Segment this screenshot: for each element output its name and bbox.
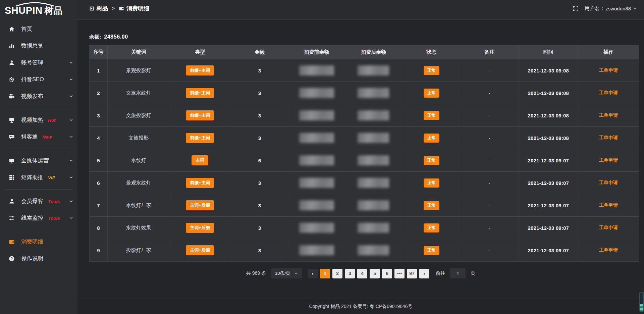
redacted-value (299, 200, 334, 210)
wallet-icon (119, 6, 124, 11)
sidebar-item-label: 矩阵助推 (21, 174, 43, 181)
column-header-remark: 备注 (460, 45, 519, 59)
sidebar-item-label: 账号管理 (21, 59, 43, 66)
copyright-text: Copyright 树品 2021 备案号: 粤ICP备09019646号 (309, 304, 412, 310)
goto-page-input[interactable] (450, 268, 466, 278)
sidebar-item-account-management[interactable]: 账号管理 (0, 54, 77, 71)
table-row: 4 文旅投影 前缀+主词 3 正常 - 2021-12-03 09:08 工单申… (90, 126, 639, 149)
table-row: 5 水纹灯 主词 6 正常 - 2021-12-03 09:07 工单申请 (90, 149, 639, 171)
app-logo: SHUPIN树品 (0, 0, 77, 21)
page-button[interactable]: 1 (320, 269, 330, 278)
cell-balance-after (344, 172, 403, 194)
sidebar-item-label: 数据总览 (21, 42, 43, 50)
chevron-down-icon (69, 118, 73, 122)
sidebar-item-home[interactable]: 首页 (0, 21, 77, 38)
cell-action: 工单申请 (578, 149, 639, 171)
column-header-seq: 序号 (90, 45, 108, 59)
table-row: 1 景观投影灯 前缀+主词 3 正常 - 2021-12-03 09:08 工单… (90, 59, 639, 82)
type-badge: 主词+后缀 (186, 200, 214, 210)
page-button[interactable]: 3 (345, 269, 355, 278)
page-size-select[interactable]: 10条/页 (271, 268, 302, 278)
caret-down-icon (633, 7, 637, 10)
cell-type: 前缀+主词 (170, 104, 230, 126)
chevron-down-icon (69, 159, 73, 163)
grid-icon (9, 174, 16, 180)
username-dropdown[interactable]: 用户名：zswodun88 (585, 5, 637, 12)
next-page-button[interactable]: › (419, 269, 429, 278)
scrollbar-thumb[interactable] (640, 304, 643, 311)
redacted-value (299, 133, 334, 143)
cell-action: 工单申请 (578, 239, 639, 261)
bar-chart-icon (9, 43, 16, 49)
sidebar-item-member-burst[interactable]: 会员爆客 Tools (0, 193, 77, 210)
sidebar-item-video-publish[interactable]: 视频发布 (0, 88, 77, 105)
cell-type: 主词+后缀 (170, 239, 230, 261)
fullscreen-icon[interactable] (573, 6, 579, 11)
cell-keyword: 文旅投影灯 (108, 104, 170, 126)
work-order-link[interactable]: 工单申请 (599, 180, 618, 186)
cell-balance-after (344, 217, 403, 239)
page-button[interactable]: ••• (394, 269, 405, 278)
total-count: 共 969 条 (246, 270, 266, 276)
username-label: 用户名： (585, 5, 605, 12)
gear-icon (9, 76, 16, 83)
balance: 余额:24856.00 (89, 34, 128, 41)
breadcrumb-item-current[interactable]: 消费明细 (119, 5, 149, 12)
table-row: 3 文旅投影灯 前缀+主词 3 正常 - 2021-12-03 09:08 工单… (90, 104, 639, 126)
cell-action: 工单申请 (578, 172, 639, 194)
sidebar-divider (5, 189, 73, 190)
monitor-icon (9, 158, 16, 164)
type-badge: 主词+后缀 (186, 223, 214, 233)
sidebar-item-lead-monitor[interactable]: 线索监控 Tools (0, 210, 77, 226)
sidebar-item-douyin-seo[interactable]: 抖音SEO (0, 71, 77, 88)
cell-remark: - (460, 239, 519, 261)
sidebar-item-matrix-boost[interactable]: 矩阵助推 VIP (0, 169, 77, 186)
status-badge: 正常 (424, 111, 439, 120)
cell-time: 2021-12-03 09:08 (519, 127, 578, 149)
page-button[interactable]: 5 (370, 269, 380, 278)
type-badge: 前缀+主词 (186, 133, 214, 143)
page-button[interactable]: 6 (382, 269, 392, 278)
work-order-link[interactable]: 工单申请 (599, 157, 618, 163)
cell-time: 2021-12-03 09:07 (519, 194, 578, 216)
sidebar-item-consumption-detail[interactable]: 消费明细 (0, 233, 77, 250)
work-order-link[interactable]: 工单申请 (599, 225, 618, 231)
sidebar-divider (5, 149, 73, 149)
sidebar-item-instructions[interactable]: ? 操作说明 (0, 250, 77, 267)
work-order-link[interactable]: 工单申请 (599, 202, 618, 208)
top-bar: 树品 > 消费明细 用户名：zswodun88 (77, 0, 644, 20)
work-order-link[interactable]: 工单申请 (599, 67, 618, 73)
cell-action: 工单申请 (578, 217, 639, 239)
prev-page-button[interactable]: ‹ (308, 269, 318, 278)
cell-amount: 3 (230, 82, 289, 104)
cell-seq: 8 (90, 217, 108, 239)
chevron-down-icon (69, 77, 73, 82)
breadcrumb-item-root[interactable]: 树品 (89, 5, 108, 12)
sidebar-item-video-heat[interactable]: 视频加热 Hot (0, 112, 77, 128)
type-badge: 前缀+主词 (186, 178, 214, 188)
work-order-link[interactable]: 工单申请 (599, 112, 618, 118)
cell-keyword: 文旅水纹灯 (108, 82, 170, 104)
redacted-value (358, 155, 389, 165)
cell-action: 工单申请 (578, 59, 639, 82)
cell-action: 工单申请 (578, 194, 639, 216)
cell-amount: 3 (230, 127, 289, 149)
cell-balance-before (289, 194, 344, 216)
work-order-link[interactable]: 工单申请 (599, 247, 618, 253)
cell-action: 工单申请 (578, 82, 639, 104)
page-button[interactable]: 4 (357, 269, 367, 278)
sidebar-item-douketong[interactable]: 抖客通 New (0, 128, 77, 145)
sidebar-item-label: 视频加热 (21, 116, 43, 124)
scrollbar-track[interactable] (639, 292, 644, 312)
column-header-balance-after: 扣费后余额 (344, 45, 403, 59)
cell-type: 主词+后缀 (170, 217, 230, 239)
page-button[interactable]: 97 (407, 269, 417, 278)
sidebar-item-omnimedia[interactable]: 全媒体运营 (0, 152, 77, 169)
main-content: 余额:24856.00 序号 关键词 类型 金额 扣费前余额 扣费后余额 状态 … (77, 20, 644, 314)
chat-bubble-icon (9, 134, 16, 140)
work-order-link[interactable]: 工单申请 (599, 90, 618, 96)
sidebar-item-data-overview[interactable]: 数据总览 (0, 38, 77, 54)
page-button[interactable]: 2 (332, 269, 342, 278)
work-order-link[interactable]: 工单申请 (599, 135, 618, 141)
cell-balance-before (289, 172, 344, 194)
